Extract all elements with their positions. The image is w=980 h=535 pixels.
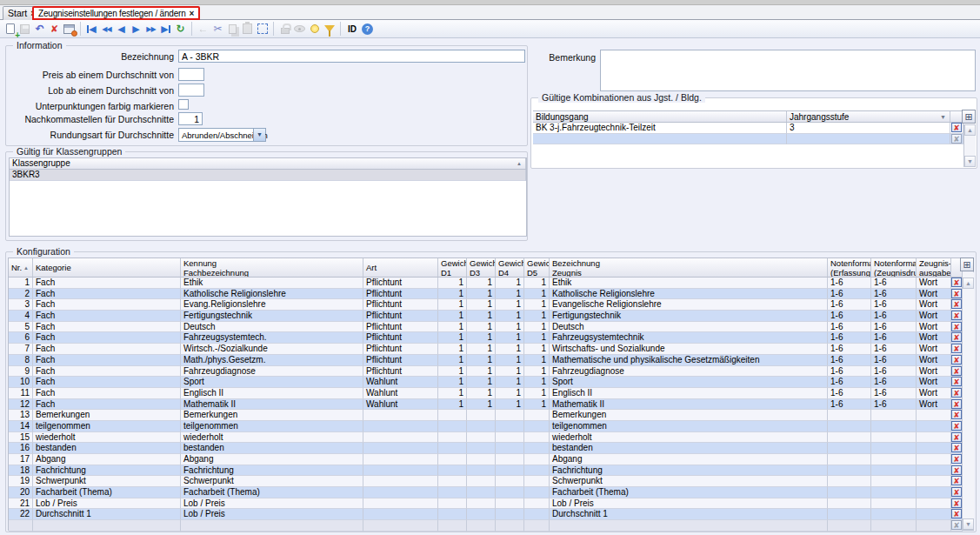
table-row[interactable]: 22Durchschnitt 1Lob / PreisDurchschnitt … [9, 509, 963, 520]
chevron-down-icon[interactable]: ▼ [940, 111, 946, 122]
nav-prev-button[interactable]: ◀ [114, 21, 129, 37]
lock-button[interactable] [277, 21, 292, 37]
lob-input[interactable] [178, 84, 204, 97]
table-row[interactable]: 11FachEnglisch IIWahlunt1111Englisch II1… [9, 388, 963, 399]
delete-row-button[interactable]: ✘ [951, 344, 962, 353]
delete-row-button[interactable]: ✘ [951, 289, 962, 298]
delete-row-button[interactable]: ✘ [951, 487, 962, 497]
konfiguration-column-header[interactable]: Art [363, 258, 438, 277]
undo-button[interactable]: ↶ [32, 21, 47, 37]
scroll-down-icon[interactable]: ▼ [964, 156, 976, 167]
delete-button[interactable]: ✘ [47, 21, 62, 37]
table-row[interactable]: 5FachDeutschPflichtunt1111Deutsch1-61-6W… [9, 322, 963, 333]
table-row[interactable]: 3FachEvang.ReligionslehrePflichtunt1111E… [9, 299, 963, 311]
table-row[interactable]: 21Lob / PreisLob / PreisLob / Preis✘ [9, 498, 963, 510]
delete-row-button[interactable]: ✘ [951, 388, 962, 398]
table-row[interactable]: 18FachrichtungFachrichtungFachrichtung✘ [9, 465, 963, 477]
konfiguration-column-header[interactable]: KennungFachbezeichnung [181, 258, 363, 277]
konfiguration-column-header[interactable]: GewichtD5 [524, 258, 550, 277]
jahrgangsstufe-column-header[interactable]: Jahrgangsstufe ▼ [787, 111, 950, 122]
delete-row-button[interactable]: ✘ [951, 311, 962, 320]
konfiguration-column-header[interactable]: BezeichnungZeugnis [550, 258, 828, 277]
bezeichnung-input[interactable] [178, 50, 525, 63]
table-row[interactable]: 15wiederholtwiederholtwiederholt✘ [9, 432, 963, 444]
nav-fast-prev-button[interactable]: ◀◀ [99, 21, 114, 37]
view-button[interactable] [292, 21, 307, 37]
edit-form-button[interactable] [62, 21, 77, 37]
delete-row-button[interactable]: ✘ [951, 498, 962, 508]
table-row[interactable]: 13BemerkungenBemerkungenBemerkungen✘ [9, 410, 963, 421]
table-row[interactable]: 19SchwerpunktSchwerpunktSchwerpunkt✘ [9, 476, 963, 487]
new-row[interactable]: ✘ [9, 520, 963, 532]
rundungsart-select[interactable]: Abrunden/Abschneiden ▼ [178, 128, 266, 142]
bildungsgang-column-header[interactable]: Bildungsgang [533, 111, 787, 122]
konfiguration-column-header[interactable]: Kategorie [33, 258, 181, 277]
konfiguration-column-header[interactable]: Notenformat(Erfassung) [828, 258, 871, 277]
table-row[interactable]: 2FachKatholische ReligionslehrePflichtun… [9, 289, 963, 300]
id-button[interactable]: ID [344, 21, 360, 37]
column-chooser-button[interactable]: ⊞ [962, 110, 976, 124]
table-row[interactable]: 7FachWirtsch.-/SozialkundePflichtunt1111… [9, 344, 963, 355]
delete-row-button[interactable]: ✘ [951, 465, 962, 475]
delete-row-button-disabled[interactable]: ✘ [951, 134, 962, 144]
column-chooser-button[interactable]: ⊞ [960, 257, 974, 271]
new-row[interactable]: ✘ [533, 134, 975, 145]
new-record-button[interactable]: + [3, 21, 17, 37]
table-row[interactable]: 9FachFahrzeugdiagnosePflichtunt1111Fahrz… [9, 366, 963, 378]
table-row[interactable]: 4FachFertigungstechnikPflichtunt1111Fert… [9, 311, 963, 322]
nachkommastellen-input[interactable] [178, 112, 203, 125]
table-row[interactable]: 10FachSportWahlunt1111Sport1-61-6Wort✘ [9, 377, 963, 388]
nav-last-button[interactable]: ▶ [158, 21, 173, 37]
help-button[interactable]: ? [360, 21, 375, 37]
table-row[interactable]: 6FachFahrzeugsystemtech.Pflichtunt1111Fa… [9, 332, 963, 344]
unterpunktungen-checkbox[interactable] [178, 99, 189, 110]
table-row[interactable]: 17AbgangAbgangAbgang✘ [9, 454, 963, 465]
konfiguration-column-header[interactable]: GewichtD4 [496, 258, 524, 277]
konfiguration-scrollbar[interactable]: ▲ ▼ [962, 272, 974, 530]
delete-row-button[interactable]: ✘ [951, 443, 962, 452]
table-row[interactable]: 1FachEthikPflichtunt1111Ethik1-61-6Wort✘ [9, 278, 963, 289]
chevron-down-icon[interactable]: ▼ [253, 129, 265, 141]
delete-row-button[interactable]: ✘ [951, 355, 962, 364]
table-row[interactable]: 8FachMath./phys.Gesetzm.Pflichtunt1111Ma… [9, 355, 963, 366]
delete-row-button[interactable]: ✘ [951, 410, 962, 419]
delete-row-button[interactable]: ✘ [951, 278, 962, 287]
delete-row-button-disabled[interactable]: ✘ [951, 520, 962, 530]
nav-first-button[interactable]: ◀ [84, 21, 99, 37]
list-item[interactable]: 3BKR3 [10, 170, 526, 181]
delete-row-button[interactable]: ✘ [951, 299, 962, 309]
hint-button[interactable] [307, 21, 322, 37]
konfiguration-column-header[interactable]: Zeugnis-ausgabe [917, 258, 951, 277]
konfiguration-column-header[interactable]: GewichtD3 [467, 258, 496, 277]
filter-button[interactable] [322, 21, 337, 37]
delete-row-button[interactable]: ✘ [951, 454, 962, 464]
select-region-button[interactable] [255, 21, 270, 37]
delete-row-button[interactable]: ✘ [951, 432, 962, 442]
delete-row-button[interactable]: ✘ [951, 421, 962, 431]
table-row[interactable]: 14teilgenommenteilgenommenteilgenommen✘ [9, 421, 963, 432]
table-row[interactable]: 20Facharbeit (Thema)Facharbeit (Thema)Fa… [9, 487, 963, 498]
delete-row-button[interactable]: ✘ [951, 332, 962, 342]
konfiguration-column-header[interactable]: Notenformat(Zeugnisdruck) [871, 258, 917, 277]
nav-next-button[interactable]: ▶ [129, 21, 143, 37]
nav-fast-next-button[interactable]: ▶▶ [143, 21, 158, 37]
delete-row-button[interactable]: ✘ [951, 476, 962, 485]
kombinationen-scrollbar[interactable]: ▲ ▼ [963, 124, 976, 167]
klassengruppe-column-header[interactable]: Klassengruppe ▲ [10, 158, 526, 169]
delete-row-button[interactable]: ✘ [951, 399, 962, 409]
refresh-button[interactable]: ↻ [173, 21, 188, 37]
table-row[interactable]: 12FachMathematik IIWahlunt1111Mathematik… [9, 399, 963, 411]
paste-button[interactable] [240, 21, 255, 37]
scroll-up-icon[interactable]: ▲ [964, 124, 976, 136]
konfiguration-column-header[interactable]: Nr.▲ [9, 258, 33, 277]
table-row[interactable]: 16bestandenbestandenbestanden✘ [9, 443, 963, 454]
delete-row-button[interactable]: ✘ [951, 509, 962, 518]
delete-row-button[interactable]: ✘ [951, 123, 962, 132]
tab-zeugniseinstellungen[interactable]: Zeugniseinstellungen festlegen / ändern× [32, 6, 200, 20]
cut-button[interactable]: ✂ [210, 21, 225, 37]
copy-button[interactable] [225, 21, 240, 37]
save-button[interactable] [17, 21, 32, 37]
delete-row-button[interactable]: ✘ [951, 366, 962, 376]
bemerkung-textarea[interactable] [600, 50, 976, 91]
delete-row-button[interactable]: ✘ [951, 322, 962, 331]
